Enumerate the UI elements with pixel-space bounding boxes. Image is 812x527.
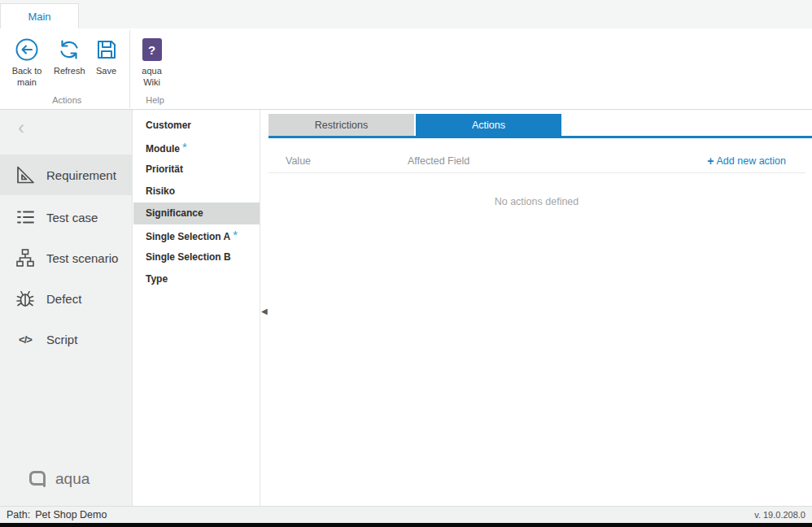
button-label: aqua Wiki <box>138 66 166 89</box>
bug-icon <box>15 288 36 309</box>
set-square-icon <box>15 164 36 185</box>
version-label: v. 19.0.208.0 <box>754 510 805 520</box>
ribbon-tab-main[interactable]: Main <box>0 3 79 28</box>
tab-restrictions[interactable]: Restrictions <box>268 114 414 136</box>
field-label: Customer <box>146 120 191 131</box>
field-list: Customer Module* Priorität Risiko Signif… <box>133 110 260 506</box>
aqua-logo-text: aqua <box>55 470 89 488</box>
content-region: ‹ Requirement Test case <box>0 110 812 506</box>
sidebar-item-requirement[interactable]: Requirement <box>0 155 133 195</box>
sidebar-item-test-scenario[interactable]: Test scenario <box>0 237 133 278</box>
field-label: Single Selection B <box>146 251 231 263</box>
sidebar-item-label: Script <box>46 333 77 346</box>
hierarchy-icon <box>15 247 36 268</box>
field-item-single-selection-a[interactable]: Single Selection A* <box>133 224 260 246</box>
sidebar-item-label: Requirement <box>46 168 116 182</box>
path-value: Pet Shop Demo <box>35 509 107 520</box>
sidebar-item-label: Test scenario <box>46 251 118 265</box>
tab-underline <box>268 136 812 138</box>
group-label-help: Help <box>135 95 176 108</box>
main-panel: Restrictions Actions Value Affected Fiel… <box>261 110 812 506</box>
path-display: Path:Pet Shop Demo <box>7 509 107 520</box>
sidebar-item-test-case[interactable]: Test case <box>0 197 133 237</box>
back-to-main-button[interactable]: Back to main <box>7 32 47 89</box>
button-label: Back to main <box>8 66 46 89</box>
field-item-prioritaet[interactable]: Priorität <box>133 159 260 181</box>
sidebar-collapse-button[interactable]: ‹ <box>18 118 24 137</box>
ribbon-group-actions: Back to main Refresh <box>5 30 130 108</box>
aqua-logo: aqua <box>28 468 89 490</box>
aqua-logo-icon <box>28 468 49 490</box>
ribbon-group-help: ? aqua Wiki Help <box>130 30 176 108</box>
bottom-bar <box>0 523 812 527</box>
button-label: Save <box>96 66 116 77</box>
save-icon <box>94 35 120 64</box>
field-item-single-selection-b[interactable]: Single Selection B <box>133 246 260 268</box>
wiki-question-icon: ? <box>142 35 162 64</box>
field-item-type[interactable]: Type <box>133 268 260 290</box>
column-header-affected-field: Affected Field <box>408 155 469 167</box>
field-item-customer[interactable]: Customer <box>133 115 260 137</box>
back-arrow-icon <box>14 35 40 64</box>
field-label: Risiko <box>146 185 175 197</box>
header-separator <box>268 172 805 173</box>
sidebar-item-label: Defect <box>46 292 81 306</box>
add-new-action-label: Add new action <box>717 155 786 167</box>
empty-message: No actions defined <box>261 196 812 207</box>
field-item-significance[interactable]: Significance <box>133 203 260 224</box>
field-label: Priorität <box>146 163 183 175</box>
sidebar-item-label: Test case <box>46 211 98 224</box>
group-label-actions: Actions <box>5 95 129 108</box>
field-label: Module <box>146 143 180 155</box>
list-icon <box>15 207 36 228</box>
aqua-wiki-button[interactable]: ? aqua Wiki <box>137 32 168 89</box>
status-bar: Path:Pet Shop Demo v. 19.0.208.0 <box>0 506 812 523</box>
field-item-risiko[interactable]: Risiko <box>133 181 260 203</box>
button-label: Refresh <box>54 66 85 77</box>
column-header-value: Value <box>286 155 408 167</box>
field-label: Type <box>146 273 168 285</box>
field-label: Significance <box>146 207 203 219</box>
sidebar-item-script[interactable]: </> Script <box>0 319 133 359</box>
tab-actions[interactable]: Actions <box>416 114 561 136</box>
code-icon: </> <box>15 329 36 350</box>
refresh-button[interactable]: Refresh <box>52 32 87 77</box>
field-item-module[interactable]: Module* <box>133 137 260 159</box>
required-marker: * <box>182 140 187 154</box>
ribbon-tab-strip: Main <box>0 0 812 28</box>
save-button[interactable]: Save <box>92 32 121 77</box>
required-marker: * <box>233 228 238 242</box>
sidebar: ‹ Requirement Test case <box>0 110 133 506</box>
add-new-action-button[interactable]: + Add new action <box>707 155 786 168</box>
plus-icon: + <box>707 155 714 168</box>
sidebar-item-defect[interactable]: Defect <box>0 278 133 319</box>
panel-collapse-button[interactable]: ◀ <box>261 307 268 316</box>
refresh-icon <box>56 35 82 64</box>
path-label: Path: <box>7 509 30 520</box>
ribbon: Back to main Refresh <box>0 28 812 110</box>
table-header: Value Affected Field + Add new action <box>268 152 805 170</box>
panel-tabs: Restrictions Actions <box>268 114 561 136</box>
field-label: Single Selection A <box>146 231 230 242</box>
